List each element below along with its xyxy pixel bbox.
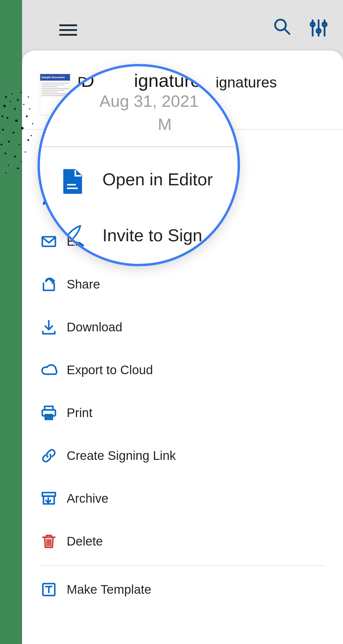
- left-accent-bar: [0, 0, 22, 644]
- menu-create-signing-link[interactable]: Create Signing Link: [22, 434, 343, 477]
- magnifier-callout: D ignatures Aug 31, 2021 M Open in Edito…: [38, 64, 240, 266]
- menu-share[interactable]: Share: [22, 263, 343, 306]
- mag-invite-label: Invite to Sign: [102, 225, 202, 245]
- menu-make-template[interactable]: Make Template: [22, 568, 343, 611]
- menu-label: Download: [67, 320, 122, 334]
- menu-label: Delete: [67, 534, 103, 549]
- mag-date-line1: Aug 31, 2021: [99, 91, 199, 111]
- menu-export-cloud[interactable]: Export to Cloud: [22, 349, 343, 391]
- filter-sliders-icon[interactable]: [308, 17, 329, 40]
- app-background: Sample Document D XXXXXXXXXXXX ignatures…: [0, 0, 343, 644]
- svg-line-1: [285, 29, 289, 34]
- menu-print[interactable]: Print: [22, 391, 343, 434]
- top-bar: [22, 0, 343, 51]
- document-icon: [62, 169, 84, 195]
- link-icon: [40, 447, 67, 465]
- menu-download[interactable]: Download: [22, 306, 343, 349]
- menu-divider: [40, 565, 325, 566]
- menu-label: Print: [67, 406, 92, 420]
- menu-delete[interactable]: Delete: [22, 520, 343, 563]
- cloud-icon: [40, 361, 67, 379]
- doc-title-frag-right: ignatures: [216, 74, 277, 91]
- menu-label: Create Signing Link: [67, 449, 176, 463]
- mag-open-label: Open in Editor: [102, 169, 213, 189]
- share-icon: [40, 275, 67, 293]
- menu-label: Archive: [67, 491, 108, 506]
- download-icon: [40, 318, 67, 336]
- menu-label: Make Template: [67, 582, 151, 597]
- menu-label: Export to Cloud: [67, 363, 153, 377]
- hamburger-icon[interactable]: [59, 21, 77, 39]
- envelope-icon: [40, 233, 67, 250]
- archive-icon: [40, 490, 67, 507]
- search-icon[interactable]: [273, 17, 292, 37]
- menu-archive[interactable]: Archive: [22, 477, 343, 520]
- template-icon: [40, 581, 67, 598]
- print-icon: [40, 404, 67, 422]
- trash-icon: [40, 532, 67, 550]
- mag-date-line2: M: [158, 115, 172, 134]
- menu-label: Share: [67, 277, 100, 292]
